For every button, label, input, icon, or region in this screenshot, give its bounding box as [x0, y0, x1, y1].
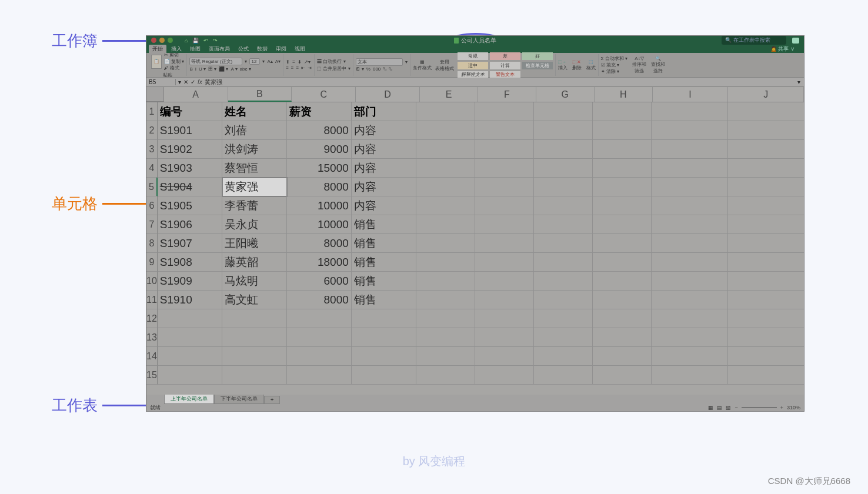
qat-save-icon[interactable]: 💾 — [192, 38, 199, 44]
cell-D13[interactable] — [352, 328, 416, 347]
qat-redo-icon[interactable]: ↷ — [213, 38, 218, 44]
cell-B14[interactable] — [222, 347, 287, 366]
cell-E3[interactable] — [416, 140, 475, 159]
share-button[interactable]: 🙍 共享 ∨ — [767, 45, 798, 53]
cell-E11[interactable] — [416, 291, 475, 309]
cell-A3[interactable]: S1902 — [158, 140, 222, 159]
cell-A2[interactable]: S1901 — [158, 121, 222, 140]
cell-C11[interactable]: 8000 — [287, 291, 352, 309]
font-color-button[interactable]: A ▾ — [231, 66, 238, 72]
cell-I7[interactable] — [652, 215, 728, 234]
style-计算[interactable]: 计算 — [490, 62, 520, 69]
paste-icon[interactable]: 📋 — [151, 55, 162, 69]
style-常规[interactable]: 常规 — [458, 52, 488, 60]
cell-D8[interactable]: 销售 — [352, 234, 416, 253]
cell-E6[interactable] — [416, 196, 475, 215]
cell-C9[interactable]: 18000 — [287, 253, 352, 272]
cell-E10[interactable] — [416, 272, 475, 291]
cell-J9[interactable] — [728, 253, 804, 272]
cell-H12[interactable] — [593, 309, 652, 328]
cell-B12[interactable] — [222, 309, 287, 328]
table-format-button[interactable]: 套用 表格格式 — [435, 59, 454, 72]
cell-I5[interactable] — [652, 178, 728, 196]
comma-button[interactable]: 000 — [373, 66, 380, 72]
cell-E13[interactable] — [416, 328, 475, 347]
comment-icon[interactable] — [792, 38, 799, 44]
zoom-label[interactable]: 310% — [787, 405, 800, 410]
col-header-B[interactable]: B — [228, 87, 292, 102]
col-header-H[interactable]: H — [595, 87, 653, 102]
number-format-select[interactable]: 文本 — [356, 58, 403, 66]
align-left-icon[interactable]: ≡ — [286, 65, 289, 71]
align-mid-icon[interactable]: ≡ — [292, 59, 295, 65]
font-size-select[interactable]: 12 — [249, 58, 260, 65]
align-top-icon[interactable]: ⬆ — [286, 59, 290, 65]
cell-E5[interactable] — [416, 178, 475, 196]
cell-G2[interactable] — [534, 121, 593, 140]
cell-H14[interactable] — [593, 347, 652, 366]
style-检查单元格[interactable]: 检查单元格 — [522, 62, 553, 69]
cell-D3[interactable]: 内容 — [352, 140, 416, 159]
spreadsheet-grid[interactable]: ABCDEFGHIJ 123456789101112131415 编号姓名薪资部… — [146, 87, 804, 395]
cancel-icon[interactable]: ✕ — [183, 79, 188, 85]
cell-I4[interactable] — [652, 159, 728, 178]
clear-button[interactable]: ✦ 清除 ▾ — [601, 68, 619, 75]
cell-B7[interactable]: 吴永贞 — [222, 215, 287, 234]
sheet-tab-first[interactable]: 上半年公司名单 — [164, 394, 214, 404]
cell-D6[interactable]: 内容 — [352, 196, 416, 215]
style-差[interactable]: 差 — [490, 52, 520, 60]
formula-expand-icon[interactable]: ▾ — [797, 79, 800, 85]
row-header-2[interactable]: 2 — [146, 121, 158, 140]
cell-H13[interactable] — [593, 328, 652, 347]
cell-B1[interactable]: 姓名 — [222, 102, 287, 121]
cell-J5[interactable] — [728, 178, 804, 196]
cell-I13[interactable] — [652, 328, 728, 347]
find-select-button[interactable]: 🔍查找和 选择 — [651, 56, 665, 74]
cell-H9[interactable] — [593, 253, 652, 272]
cell-G9[interactable] — [534, 253, 593, 272]
col-header-A[interactable]: A — [164, 87, 228, 102]
cell-A11[interactable]: S1910 — [158, 291, 222, 309]
cell-A5[interactable]: S1904 — [158, 178, 222, 196]
copy-button[interactable]: 📄 复制 ▾ — [164, 58, 184, 65]
cell-B4[interactable]: 蔡智恒 — [222, 159, 287, 178]
cell-A15[interactable] — [158, 366, 222, 385]
cell-I11[interactable] — [652, 291, 728, 309]
style-适中[interactable]: 适中 — [458, 62, 488, 69]
cell-A12[interactable] — [158, 309, 222, 328]
cell-F4[interactable] — [475, 159, 534, 178]
indent-inc-icon[interactable]: ⇥ — [308, 65, 312, 71]
cell-F14[interactable] — [475, 347, 534, 366]
tab-formulas[interactable]: 公式 — [235, 45, 252, 53]
cell-I10[interactable] — [652, 272, 728, 291]
cell-A8[interactable]: S1907 — [158, 234, 222, 253]
cell-H8[interactable] — [593, 234, 652, 253]
cell-J3[interactable] — [728, 140, 804, 159]
view-pagebreak-icon[interactable]: ▧ — [726, 405, 731, 410]
view-normal-icon[interactable]: ▦ — [708, 405, 713, 410]
cell-E12[interactable] — [416, 309, 475, 328]
sheet-tab-add[interactable]: + — [264, 396, 280, 404]
cell-I9[interactable] — [652, 253, 728, 272]
row-header-15[interactable]: 15 — [146, 366, 158, 385]
cell-G10[interactable] — [534, 272, 593, 291]
cell-J15[interactable] — [728, 366, 804, 385]
cell-G3[interactable] — [534, 140, 593, 159]
row-header-8[interactable]: 8 — [146, 234, 158, 253]
cell-G5[interactable] — [534, 178, 593, 196]
cell-A14[interactable] — [158, 347, 222, 366]
cell-E9[interactable] — [416, 253, 475, 272]
cell-G14[interactable] — [534, 347, 593, 366]
tab-layout[interactable]: 页面布局 — [205, 45, 233, 53]
autosum-button[interactable]: Σ 自动求和 ▾ — [601, 55, 627, 62]
align-right-icon[interactable]: ≡ — [296, 65, 299, 71]
cell-A7[interactable]: S1906 — [158, 215, 222, 234]
cell-B10[interactable]: 马炫明 — [222, 272, 287, 291]
cell-C13[interactable] — [287, 328, 352, 347]
cell-A6[interactable]: S1905 — [158, 196, 222, 215]
cell-D9[interactable]: 销售 — [352, 253, 416, 272]
cell-H15[interactable] — [593, 366, 652, 385]
cell-E2[interactable] — [416, 121, 475, 140]
cell-H5[interactable] — [593, 178, 652, 196]
cell-J11[interactable] — [728, 291, 804, 309]
